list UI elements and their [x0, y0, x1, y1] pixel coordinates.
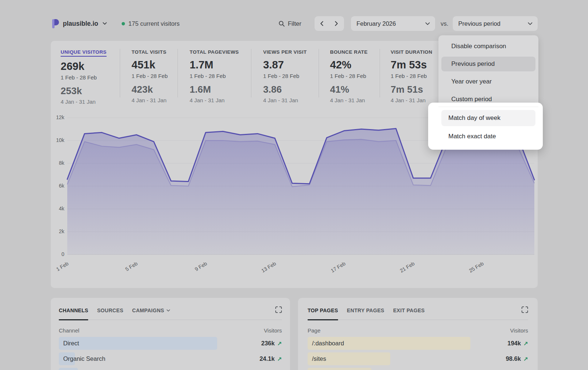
stat-prev-value: 3.86	[263, 84, 307, 95]
trend-up-icon: ↗	[523, 356, 528, 362]
menu-item-match-day-of-week[interactable]: Match day of week	[441, 110, 535, 126]
stat-label: UNIQUE VISITORS	[61, 49, 107, 57]
row-name: Direct	[63, 337, 79, 350]
top-bar: plausible.io 175 current visitors Filter…	[51, 15, 538, 32]
stat-prev-value: 423k	[132, 84, 168, 95]
list-item-direct[interactable]: Direct236k↗	[59, 337, 282, 350]
tab-sources[interactable]: SOURCES	[97, 307, 123, 313]
live-visitors-dot	[122, 22, 125, 25]
stat-prev-value: 7m 51s	[391, 84, 432, 95]
stat-label: BOUNCE RATE	[330, 49, 368, 55]
y-tick-label: 4k	[51, 206, 64, 211]
stat-total-pageviews[interactable]: TOTAL PAGEVIEWS1.7M1 Feb - 28 Feb1.6M4 J…	[190, 49, 239, 103]
stat-label: TOTAL PAGEVIEWS	[190, 49, 239, 55]
row-bar	[59, 337, 217, 350]
site-switcher[interactable]: plausible.io	[51, 19, 107, 29]
menu-item-year-over-year[interactable]: Year over year	[441, 74, 535, 89]
column-headers: ChannelVisitors	[59, 327, 282, 334]
row-name: /sites	[312, 352, 326, 365]
card-tabs: TOP PAGESENTRY PAGESEXIT PAGES	[308, 307, 425, 313]
tabs-divider	[59, 320, 282, 320]
chevron-down-icon	[425, 22, 430, 25]
list-item-dashboard[interactable]: /:dashboard194k↗	[308, 337, 528, 350]
tab-entry-pages[interactable]: ENTRY PAGES	[347, 307, 384, 313]
stat-value: 451k	[132, 59, 168, 71]
active-tab-underline	[59, 319, 88, 320]
channels-card: CHANNELSSOURCESCAMPAIGNSChannelVisitorsD…	[51, 298, 290, 370]
row-name: /:dashboard	[312, 337, 344, 350]
row-visitors-value: 98.6k	[506, 355, 521, 362]
current-visitors[interactable]: 175 current visitors	[122, 20, 179, 27]
tab-label: ENTRY PAGES	[347, 307, 384, 313]
row-visitors-value: 194k	[508, 340, 521, 347]
tab-label: EXIT PAGES	[393, 307, 425, 313]
stat-visit-duration[interactable]: VISIT DURATION7m 53s1 Feb - 28 Feb7m 51s…	[391, 49, 432, 103]
current-visitors-label: 175 current visitors	[128, 20, 179, 27]
stat-total-visits[interactable]: TOTAL VISITS451k1 Feb - 28 Feb423k4 Jan …	[132, 49, 168, 103]
row-visitors: 24.1k↗	[259, 352, 282, 365]
match-options: Match day of weekMatch exact date	[438, 110, 538, 147]
y-tick-label: 12k	[51, 114, 64, 120]
trend-up-icon: ↗	[523, 340, 528, 347]
stat-period: 1 Feb - 28 Feb	[132, 73, 168, 79]
stat-prev-period: 4 Jan - 31 Jan	[61, 99, 107, 105]
date-range-value: February 2026	[356, 20, 396, 27]
next-period-button[interactable]	[329, 16, 344, 31]
stat-divider	[251, 49, 251, 97]
stat-views-per-visit[interactable]: VIEWS PER VISIT3.871 Feb - 28 Feb3.864 J…	[263, 49, 307, 103]
stat-bounce-rate[interactable]: BOUNCE RATE42%1 Feb - 28 Feb41%4 Jan - 3…	[330, 49, 368, 103]
breakdown-rows: /:dashboard194k↗/sites98.6k↗	[308, 337, 528, 370]
list-item-partial[interactable]	[308, 368, 528, 370]
tab-label: SOURCES	[97, 307, 123, 313]
column-headers: PageVisitors	[308, 327, 528, 334]
date-range-select[interactable]: February 2026	[351, 16, 435, 31]
stat-prev-period: 4 Jan - 31 Jan	[330, 97, 368, 103]
column-header-name: Channel	[59, 327, 79, 334]
menu-item-disable-comparison[interactable]: Disable comparison	[441, 39, 535, 54]
stat-period: 1 Feb - 28 Feb	[61, 74, 107, 81]
row-visitors: 98.6k↗	[506, 352, 528, 365]
stat-label: VISIT DURATION	[391, 49, 432, 55]
row-name: Organic Search	[63, 352, 105, 365]
stat-divider	[178, 49, 178, 97]
stat-period: 1 Feb - 28 Feb	[263, 73, 307, 79]
stat-prev-period: 4 Jan - 31 Jan	[190, 97, 239, 103]
chevron-down-icon	[528, 22, 533, 25]
tab-campaigns[interactable]: CAMPAIGNS	[132, 307, 170, 313]
fullscreen-icon[interactable]	[521, 306, 528, 313]
stat-value: 3.87	[263, 59, 307, 71]
menu-item-match-exact-date[interactable]: Match exact date	[441, 128, 535, 145]
tab-channels[interactable]: CHANNELS	[59, 307, 88, 313]
active-tab-underline	[308, 319, 338, 320]
stat-period: 1 Feb - 28 Feb	[190, 73, 239, 79]
breakdown-rows: Direct236k↗Organic Search24.1k↗	[59, 337, 282, 370]
filter-button[interactable]: Filter	[279, 20, 301, 27]
tab-top-pages[interactable]: TOP PAGES	[308, 307, 338, 313]
y-tick-label: 6k	[51, 183, 64, 189]
y-tick-label: 8k	[51, 160, 64, 166]
search-icon	[279, 21, 285, 27]
stat-unique-visitors[interactable]: UNIQUE VISITORS269k1 Feb - 28 Feb253k4 J…	[61, 49, 107, 105]
row-bar	[308, 368, 372, 370]
stat-prev-value: 1.6M	[190, 84, 239, 95]
stat-value: 1.7M	[190, 59, 239, 71]
menu-item-previous-period[interactable]: Previous period	[441, 57, 535, 71]
list-item-sites[interactable]: /sites98.6k↗	[308, 352, 528, 365]
tab-exit-pages[interactable]: EXIT PAGES	[393, 307, 425, 313]
fullscreen-icon[interactable]	[275, 306, 282, 313]
list-item-partial[interactable]	[59, 368, 282, 370]
trend-up-icon: ↗	[277, 356, 282, 362]
date-nav	[315, 16, 344, 31]
row-visitors: 236k↗	[261, 337, 282, 350]
y-tick-label: 2k	[51, 228, 64, 234]
row-bar	[59, 368, 78, 370]
tab-label: CAMPAIGNS	[132, 307, 164, 313]
comparison-select[interactable]: Previous period	[453, 16, 538, 31]
prev-period-button[interactable]	[315, 16, 329, 31]
column-header-visitors: Visitors	[510, 327, 528, 334]
pages-card: TOP PAGESENTRY PAGESEXIT PAGESPageVisito…	[298, 298, 538, 370]
list-item-organic-search[interactable]: Organic Search24.1k↗	[59, 352, 282, 365]
chevron-down-icon	[166, 309, 170, 312]
tab-label: CHANNELS	[59, 307, 88, 313]
plausible-logo-icon	[51, 19, 60, 29]
